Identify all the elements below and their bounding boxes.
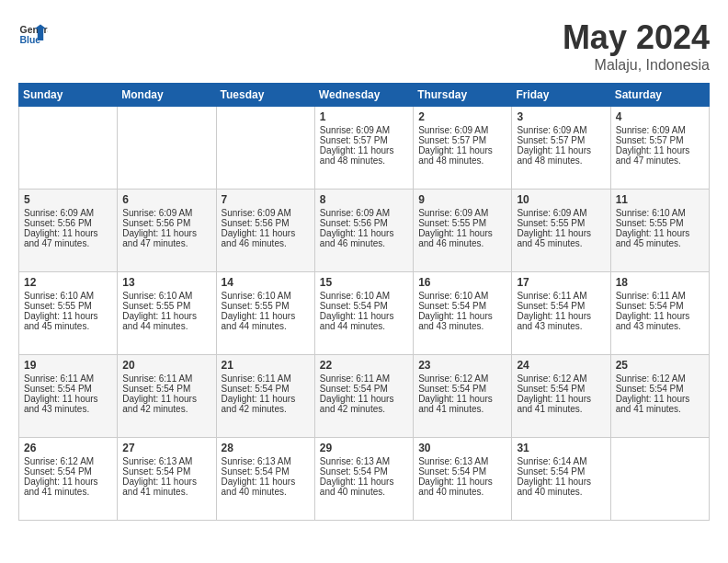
day-number: 18 (616, 276, 704, 289)
col-header-wednesday: Wednesday (314, 84, 413, 107)
sunrise-text: Sunrise: 6:10 AM (418, 291, 488, 301)
calendar-cell: 4Sunrise: 6:09 AMSunset: 5:57 PMDaylight… (610, 107, 709, 190)
day-number: 24 (517, 359, 605, 372)
month-title: May 2024 (563, 18, 710, 57)
calendar-cell: 23Sunrise: 6:12 AMSunset: 5:54 PMDayligh… (414, 355, 512, 438)
calendar-table: SundayMondayTuesdayWednesdayThursdayFrid… (18, 83, 710, 521)
daylight-label: Daylight: 11 hours and 40 minutes. (222, 477, 296, 497)
sunrise-text: Sunrise: 6:12 AM (616, 373, 686, 384)
daylight-label: Daylight: 11 hours and 48 minutes. (517, 145, 591, 166)
daylight-label: Daylight: 11 hours and 46 minutes. (222, 228, 296, 248)
sunset-text: Sunset: 5:55 PM (122, 301, 190, 311)
location: Malaju, Indonesia (563, 57, 710, 74)
day-number: 16 (418, 276, 506, 289)
calendar-cell: 24Sunrise: 6:12 AMSunset: 5:54 PMDayligh… (512, 355, 610, 438)
sunset-text: Sunset: 5:54 PM (517, 384, 585, 394)
sunset-text: Sunset: 5:57 PM (320, 135, 388, 145)
sunset-text: Sunset: 5:54 PM (616, 301, 684, 311)
daylight-label: Daylight: 11 hours and 41 minutes. (517, 394, 591, 414)
daylight-label: Daylight: 11 hours and 42 minutes. (222, 394, 296, 414)
sunrise-text: Sunrise: 6:11 AM (320, 373, 390, 384)
daylight-label: Daylight: 11 hours and 48 minutes. (320, 145, 394, 166)
sunrise-text: Sunrise: 6:10 AM (24, 291, 94, 301)
sunset-text: Sunset: 5:55 PM (222, 301, 290, 311)
calendar-cell: 10Sunrise: 6:09 AMSunset: 5:55 PMDayligh… (512, 190, 610, 272)
daylight-label: Daylight: 11 hours and 43 minutes. (517, 311, 591, 331)
daylight-label: Daylight: 11 hours and 43 minutes. (418, 311, 493, 331)
sunrise-text: Sunrise: 6:09 AM (122, 208, 192, 218)
sunrise-text: Sunrise: 6:11 AM (616, 291, 686, 301)
sunset-text: Sunset: 5:54 PM (418, 384, 486, 394)
daylight-label: Daylight: 11 hours and 46 minutes. (320, 228, 394, 248)
calendar-cell: 13Sunrise: 6:10 AMSunset: 5:55 PMDayligh… (118, 272, 216, 355)
sunrise-text: Sunrise: 6:13 AM (418, 456, 488, 466)
sunrise-text: Sunrise: 6:10 AM (222, 291, 291, 301)
sunset-text: Sunset: 5:54 PM (320, 384, 388, 394)
daylight-label: Daylight: 11 hours and 41 minutes. (122, 477, 197, 497)
sunrise-text: Sunrise: 6:10 AM (122, 291, 192, 301)
sunrise-text: Sunrise: 6:09 AM (222, 208, 291, 218)
day-number: 13 (122, 276, 210, 289)
sunset-text: Sunset: 5:55 PM (418, 218, 486, 228)
calendar-cell: 16Sunrise: 6:10 AMSunset: 5:54 PMDayligh… (414, 272, 512, 355)
col-header-monday: Monday (118, 84, 216, 107)
calendar-cell: 6Sunrise: 6:09 AMSunset: 5:56 PMDaylight… (118, 190, 216, 272)
daylight-label: Daylight: 11 hours and 45 minutes. (24, 311, 98, 331)
sunrise-text: Sunrise: 6:12 AM (418, 373, 488, 384)
calendar-cell (216, 107, 314, 190)
sunrise-text: Sunrise: 6:09 AM (24, 208, 94, 218)
day-number: 2 (418, 110, 506, 123)
day-number: 26 (24, 442, 112, 454)
calendar-cell: 12Sunrise: 6:10 AMSunset: 5:55 PMDayligh… (19, 272, 118, 355)
calendar-cell: 8Sunrise: 6:09 AMSunset: 5:56 PMDaylight… (314, 190, 413, 272)
day-number: 5 (24, 193, 112, 206)
sunset-text: Sunset: 5:55 PM (517, 218, 585, 228)
calendar-cell: 15Sunrise: 6:10 AMSunset: 5:54 PMDayligh… (314, 272, 413, 355)
sunset-text: Sunset: 5:54 PM (24, 384, 92, 394)
calendar-cell: 25Sunrise: 6:12 AMSunset: 5:54 PMDayligh… (610, 355, 709, 438)
sunset-text: Sunset: 5:54 PM (320, 466, 388, 477)
calendar-cell (118, 107, 216, 190)
logo-icon: General Blue (18, 18, 48, 48)
page-header: General Blue May 2024 Malaju, Indonesia (18, 18, 710, 74)
day-number: 17 (517, 276, 605, 289)
calendar-cell: 2Sunrise: 6:09 AMSunset: 5:57 PMDaylight… (414, 107, 512, 190)
daylight-label: Daylight: 11 hours and 44 minutes. (222, 311, 296, 331)
sunrise-text: Sunrise: 6:09 AM (418, 208, 488, 218)
day-number: 14 (222, 276, 310, 289)
daylight-label: Daylight: 11 hours and 47 minutes. (24, 228, 98, 248)
sunrise-text: Sunrise: 6:13 AM (222, 456, 291, 466)
calendar-cell: 28Sunrise: 6:13 AMSunset: 5:54 PMDayligh… (216, 438, 314, 521)
logo: General Blue (18, 18, 48, 48)
day-number: 21 (222, 359, 310, 372)
sunrise-text: Sunrise: 6:09 AM (616, 125, 686, 135)
sunset-text: Sunset: 5:54 PM (517, 466, 585, 477)
daylight-label: Daylight: 11 hours and 43 minutes. (616, 311, 690, 331)
daylight-label: Daylight: 11 hours and 45 minutes. (517, 228, 591, 248)
sunrise-text: Sunrise: 6:11 AM (24, 373, 94, 384)
sunrise-text: Sunrise: 6:13 AM (320, 456, 390, 466)
sunrise-text: Sunrise: 6:12 AM (517, 373, 586, 384)
daylight-label: Daylight: 11 hours and 40 minutes. (418, 477, 493, 497)
daylight-label: Daylight: 11 hours and 44 minutes. (320, 311, 394, 331)
col-header-tuesday: Tuesday (216, 84, 314, 107)
calendar-cell: 18Sunrise: 6:11 AMSunset: 5:54 PMDayligh… (610, 272, 709, 355)
calendar-cell: 22Sunrise: 6:11 AMSunset: 5:54 PMDayligh… (314, 355, 413, 438)
sunset-text: Sunset: 5:56 PM (122, 218, 190, 228)
calendar-cell: 19Sunrise: 6:11 AMSunset: 5:54 PMDayligh… (19, 355, 118, 438)
daylight-label: Daylight: 11 hours and 40 minutes. (320, 477, 394, 497)
sunrise-text: Sunrise: 6:09 AM (320, 208, 390, 218)
sunrise-text: Sunrise: 6:10 AM (616, 208, 686, 218)
day-number: 31 (517, 442, 605, 454)
daylight-label: Daylight: 11 hours and 41 minutes. (24, 477, 98, 497)
title-block: May 2024 Malaju, Indonesia (563, 18, 710, 74)
day-number: 22 (320, 359, 408, 372)
day-number: 19 (24, 359, 112, 372)
sunrise-text: Sunrise: 6:10 AM (320, 291, 390, 301)
svg-text:General: General (20, 25, 48, 35)
sunset-text: Sunset: 5:55 PM (616, 218, 684, 228)
daylight-label: Daylight: 11 hours and 44 minutes. (122, 311, 197, 331)
calendar-cell: 21Sunrise: 6:11 AMSunset: 5:54 PMDayligh… (216, 355, 314, 438)
sunset-text: Sunset: 5:55 PM (24, 301, 92, 311)
sunrise-text: Sunrise: 6:11 AM (222, 373, 291, 384)
